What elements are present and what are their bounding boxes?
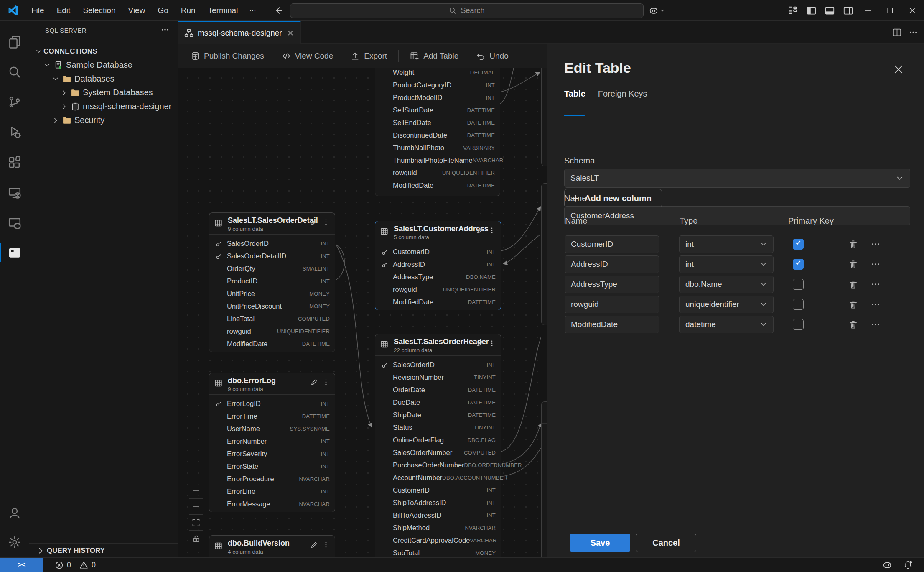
activity-item-remote-explorer[interactable] <box>0 179 29 206</box>
table-node-sales-order-header[interactable]: SalesLT.SalesOrderHeader22 column dataSa… <box>375 334 501 557</box>
edit-table-icon[interactable] <box>476 340 484 347</box>
primary-key-checkbox[interactable] <box>793 299 804 310</box>
panel-tab-table[interactable]: Table <box>564 89 585 105</box>
column-name-input[interactable]: ModifiedDate <box>565 316 659 333</box>
add-new-column-button[interactable]: Add new column <box>564 189 662 207</box>
column-type-select[interactable]: int <box>679 235 774 253</box>
column-name-input[interactable]: CustomerID <box>565 235 659 253</box>
delete-column-icon[interactable] <box>848 319 858 330</box>
edit-table-icon[interactable] <box>310 218 318 226</box>
back-arrow-icon[interactable] <box>272 4 284 17</box>
column-type-select[interactable]: dbo.Name <box>679 276 774 293</box>
customize-layout-icon[interactable] <box>784 0 802 21</box>
sidebar-item-mssql-schema-designer[interactable]: mssql-schema-designer <box>29 100 178 113</box>
copilot-status-icon[interactable] <box>882 560 892 570</box>
toolbar-button-add-table[interactable]: Add Table <box>401 48 467 64</box>
activity-item-search[interactable] <box>0 59 29 85</box>
primary-key-checkbox[interactable] <box>793 279 804 290</box>
table-node-product-partial[interactable]: WeightDECIMALProductCategoryIDINTProduct… <box>375 68 500 196</box>
tab-close-icon[interactable] <box>286 28 295 38</box>
table-more-options-icon[interactable] <box>488 227 496 234</box>
table-node-customer-address[interactable]: SalesLT.CustomerAddress5 column dataCust… <box>375 221 501 310</box>
primary-key-checkbox[interactable] <box>793 259 804 270</box>
table-node-partial-bottom-right[interactable] <box>541 401 547 557</box>
split-editor-icon[interactable] <box>892 28 902 37</box>
cancel-button[interactable]: Cancel <box>636 534 696 552</box>
close-window-icon[interactable] <box>901 0 924 21</box>
primary-key-checkbox[interactable] <box>793 239 804 250</box>
column-more-options-icon[interactable] <box>870 299 881 310</box>
table-node-error-log[interactable]: dbo.ErrorLog9 column dataErrorLogIDINTEr… <box>209 373 335 512</box>
sidebar-item-system-databases[interactable]: System Databases <box>29 86 178 100</box>
notifications-bell-icon[interactable] <box>903 560 913 570</box>
activity-item-run-debug[interactable] <box>0 119 29 146</box>
activity-item-extensions[interactable] <box>0 149 29 176</box>
table-node-partial-top-right[interactable] <box>541 68 547 166</box>
command-center-search[interactable]: Search <box>290 3 644 18</box>
sidebar-item-sample-database[interactable]: Sample Database <box>29 58 178 72</box>
sidebar-more-actions-icon[interactable] <box>159 23 171 36</box>
column-more-options-icon[interactable] <box>870 259 881 270</box>
fit-view-icon[interactable] <box>189 515 203 531</box>
lock-icon[interactable] <box>189 531 203 546</box>
column-name-input[interactable]: AddressType <box>565 276 659 293</box>
delete-column-icon[interactable] <box>848 279 858 290</box>
edit-table-icon[interactable] <box>310 541 318 549</box>
toolbar-button-export[interactable]: Export <box>342 48 396 64</box>
menu-item-run[interactable]: Run <box>175 3 202 18</box>
table-node-sales-order-detail[interactable]: SalesLT.SalesOrderDetail9 column dataSal… <box>209 212 335 352</box>
zoom-in-icon[interactable] <box>189 483 203 499</box>
edit-table-icon[interactable] <box>476 227 484 235</box>
toggle-secondary-sidebar-icon[interactable] <box>839 0 857 21</box>
column-more-options-icon[interactable] <box>870 319 881 330</box>
sidebar-item-security[interactable]: Security <box>29 113 178 127</box>
table-more-options-icon[interactable] <box>322 378 330 386</box>
table-name-input[interactable]: CustomerAddress <box>564 206 910 225</box>
column-type-select[interactable]: uniqueidentifier <box>679 296 774 313</box>
primary-key-checkbox[interactable] <box>793 319 804 330</box>
column-more-options-icon[interactable] <box>870 279 881 290</box>
activity-item-explorer[interactable] <box>0 28 29 55</box>
menu-item-terminal[interactable]: Terminal <box>202 3 244 18</box>
editor-more-actions-icon[interactable] <box>909 28 918 37</box>
menu-item-selection[interactable]: Selection <box>76 3 122 18</box>
remote-indicator[interactable]: >< <box>0 558 43 572</box>
menu-item-edit[interactable]: Edit <box>51 3 77 18</box>
column-type-select[interactable]: int <box>679 255 774 273</box>
sidebar-item-databases[interactable]: Databases <box>29 72 178 86</box>
activity-item-settings[interactable] <box>0 529 29 556</box>
activity-item-sql-server[interactable] <box>0 239 29 266</box>
toolbar-button-publish-changes[interactable]: Publish Changes <box>182 48 273 64</box>
menu-item-go[interactable]: Go <box>151 3 174 18</box>
toolbar-button-undo[interactable]: Undo <box>467 48 517 64</box>
minimize-window-icon[interactable] <box>857 0 879 21</box>
table-node-partial-mid-right[interactable] <box>541 183 547 325</box>
activity-item-database-projects[interactable] <box>0 209 29 236</box>
tab-mssql-schema-designer[interactable]: mssql-schema-designer <box>178 21 301 44</box>
activity-item-accounts[interactable] <box>0 500 29 526</box>
toggle-primary-sidebar-icon[interactable] <box>802 0 820 21</box>
table-more-options-icon[interactable] <box>322 541 330 549</box>
toggle-panel-icon[interactable] <box>820 0 839 21</box>
column-more-options-icon[interactable] <box>870 239 881 250</box>
column-name-input[interactable]: AddressID <box>565 255 659 273</box>
table-node-build-version[interactable]: dbo.BuildVersion4 column data <box>209 535 335 557</box>
schema-diagram-canvas[interactable]: WeightDECIMALProductCategoryIDINTProduct… <box>178 68 547 557</box>
copilot-menu[interactable] <box>649 0 665 21</box>
menu-more-button[interactable]: ⋯ <box>244 4 261 17</box>
delete-column-icon[interactable] <box>848 299 858 310</box>
delete-column-icon[interactable] <box>848 239 858 250</box>
problems-status[interactable]: 0 0 <box>55 561 101 569</box>
column-type-select[interactable]: datetime <box>679 316 774 333</box>
table-more-options-icon[interactable] <box>488 340 496 347</box>
query-history-section[interactable]: QUERY HISTORY <box>29 543 178 557</box>
toolbar-button-view-code[interactable]: View Code <box>273 48 342 64</box>
table-more-options-icon[interactable] <box>322 218 330 226</box>
save-button[interactable]: Save <box>570 534 630 552</box>
menu-item-file[interactable]: File <box>25 3 51 18</box>
edit-table-icon[interactable] <box>310 378 318 386</box>
panel-tab-foreign-keys[interactable]: Foreign Keys <box>598 89 647 105</box>
delete-column-icon[interactable] <box>848 259 858 270</box>
maximize-window-icon[interactable] <box>879 0 901 21</box>
zoom-out-icon[interactable] <box>189 499 203 515</box>
